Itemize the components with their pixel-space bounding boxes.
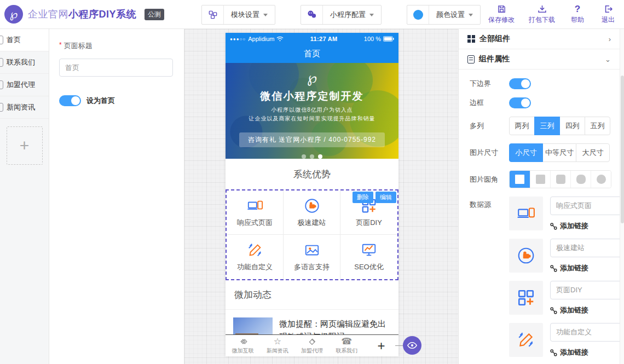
plus-icon: +: [20, 136, 30, 155]
add-link-button[interactable]: 添加链接: [550, 348, 620, 357]
carousel-dot[interactable]: [310, 154, 314, 159]
image-size-label: 图片尺寸: [470, 148, 509, 158]
chevron-right-icon: ›: [609, 35, 611, 43]
tab-agency[interactable]: 加盟代理: [294, 337, 329, 355]
link-icon: [550, 307, 557, 314]
size-option-medium[interactable]: 中等尺寸: [542, 143, 576, 162]
exit-button[interactable]: 退出: [600, 4, 616, 25]
module-settings-button[interactable]: 模块设置: [201, 5, 275, 25]
add-link-button[interactable]: 添加链接: [550, 305, 620, 315]
columns-option-5[interactable]: 五列: [585, 117, 610, 135]
border-toggle[interactable]: [509, 97, 531, 108]
inspector-body: 下边界 边框 多列 两列 三列 四列 五列 图片尺寸 小尺寸: [459, 70, 620, 364]
add-link-button[interactable]: 添加链接: [550, 221, 620, 231]
panel-scrollbar[interactable]: [620, 29, 624, 364]
download-label: 打包下载: [529, 15, 555, 25]
banner-cta-button[interactable]: 咨询有礼 送官网小程序 / 400-0755-992: [239, 132, 385, 147]
logo-glyph: ℘: [10, 8, 18, 21]
tab-news[interactable]: ☆ 新闻资讯: [260, 337, 294, 355]
link-icon: [550, 223, 557, 230]
sidebar-item-home[interactable]: 首页: [0, 29, 49, 51]
help-button[interactable]: ? 帮助: [569, 4, 586, 25]
datasource-title-input[interactable]: [550, 197, 620, 215]
multi-language-icon: [304, 242, 320, 258]
carousel-dot[interactable]: [302, 154, 306, 159]
columns-option-2[interactable]: 两列: [509, 117, 535, 135]
color-settings-button[interactable]: 颜色设置: [407, 5, 481, 25]
phone-preview: ●●●○○ Applidium 11:27 AM 100 % 首页 ℘ 微信小程…: [226, 33, 398, 356]
datasource-title-input[interactable]: [550, 281, 620, 299]
carousel-dot-active[interactable]: [318, 154, 322, 159]
download-icon: [538, 4, 547, 14]
set-home-toggle[interactable]: [59, 95, 81, 106]
download-button[interactable]: 打包下载: [529, 4, 555, 25]
image-radius-label: 图片圆角: [470, 175, 509, 184]
all-components-header[interactable]: 全部组件 ›: [459, 29, 620, 49]
save-button[interactable]: 保存修改: [488, 4, 515, 25]
brand: ℘ 企业官网小程序DIY系统 公测: [0, 5, 181, 24]
delete-module-button[interactable]: 删除: [353, 192, 373, 203]
feature-speed[interactable]: 极速建站: [284, 190, 340, 235]
sidebar-item-label: 加盟代理: [7, 80, 35, 90]
columns-option-4[interactable]: 四列: [559, 117, 585, 135]
page-icon: [0, 103, 3, 112]
radius-option-1[interactable]: [530, 171, 550, 188]
datasource-item-speed: 添加链接: [509, 239, 620, 273]
inspector-panel: 全部组件 › 组件属性 ⌄ 下边界 边框 多列 两列 三列 四列: [458, 29, 620, 364]
bottom-border-label: 下边界: [470, 79, 509, 89]
sidebar-item-contact[interactable]: 联系我们: [0, 51, 49, 74]
color-dot-icon: [407, 5, 429, 24]
wechat-icon: [301, 5, 323, 24]
feature-language[interactable]: 多语言支持: [284, 235, 340, 279]
scrollbar-thumb[interactable]: [621, 76, 624, 223]
diamonds-icon: [238, 337, 249, 346]
datasource-title-input[interactable]: [550, 239, 620, 257]
miniprogram-config-button[interactable]: 小程序配置: [301, 5, 382, 25]
radius-option-3[interactable]: [570, 171, 591, 188]
exit-label: 退出: [602, 15, 615, 25]
add-tab-button[interactable]: +: [364, 338, 398, 354]
tab-contact[interactable]: ☎ 联系我们: [330, 337, 364, 355]
page-title-label: *页面标题: [59, 41, 174, 51]
radius-option-4[interactable]: [591, 171, 611, 188]
feature-responsive[interactable]: 响应式页面: [227, 190, 284, 235]
banner-logo-icon: ℘: [307, 71, 317, 85]
components-grid-icon: [467, 35, 475, 43]
carrier-label: Applidium: [248, 36, 274, 42]
size-option-small-selected[interactable]: 小尺寸: [509, 143, 543, 162]
page-list-sidebar: 首页 联系我们 加盟代理 新闻资讯 +: [0, 29, 49, 364]
component-props-header[interactable]: 组件属性 ⌄: [459, 49, 620, 70]
feature-grid: 响应式页面 极速建站 页面DIY 功能自定义: [227, 190, 397, 279]
required-asterisk: *: [59, 41, 62, 49]
datasource-label: 数据源: [470, 197, 509, 210]
header-actions: 保存修改 打包下载 ? 帮助 退出: [488, 4, 616, 25]
responsive-page-icon: [247, 198, 263, 214]
help-icon: ?: [575, 4, 580, 14]
tab-weijia[interactable]: 微加互联: [226, 337, 260, 355]
color-settings-label: 颜色设置: [436, 10, 465, 20]
fast-build-icon: [304, 198, 320, 214]
columns-option-3-selected[interactable]: 三列: [534, 117, 560, 135]
add-link-button[interactable]: 添加链接: [550, 263, 620, 273]
bottom-border-toggle[interactable]: [509, 78, 531, 89]
datasource-item-custom: 添加链接: [509, 323, 620, 357]
chevron-down-icon: [369, 14, 374, 16]
size-option-large[interactable]: 大尺寸: [576, 143, 610, 162]
feature-seo[interactable]: SEO优化: [340, 235, 397, 279]
selected-module[interactable]: 删除 编辑 响应式页面 极速建站 页面DIY: [226, 189, 398, 280]
banner-slide[interactable]: ℘ 微信小程序定制开发 小程序以微信8亿用户为切入点 让企业以及商家在短时间里实…: [226, 63, 398, 159]
radius-option-0-selected[interactable]: [510, 171, 530, 188]
datasource-item-responsive: 添加链接: [509, 197, 620, 231]
radius-option-2[interactable]: [550, 171, 570, 188]
preview-eye-button[interactable]: [403, 336, 421, 355]
page-diy-icon: [509, 281, 543, 315]
sidebar-item-agency[interactable]: 加盟代理: [0, 74, 49, 96]
datasource-title-input[interactable]: [550, 323, 620, 342]
component-props-label: 组件属性: [479, 54, 510, 64]
tags-icon: [307, 337, 317, 346]
add-page-button[interactable]: +: [7, 126, 43, 165]
sidebar-item-news[interactable]: 新闻资讯: [0, 96, 49, 119]
page-title-input[interactable]: [59, 59, 173, 77]
edit-module-button[interactable]: 编辑: [375, 192, 396, 203]
feature-custom[interactable]: 功能自定义: [227, 235, 284, 279]
